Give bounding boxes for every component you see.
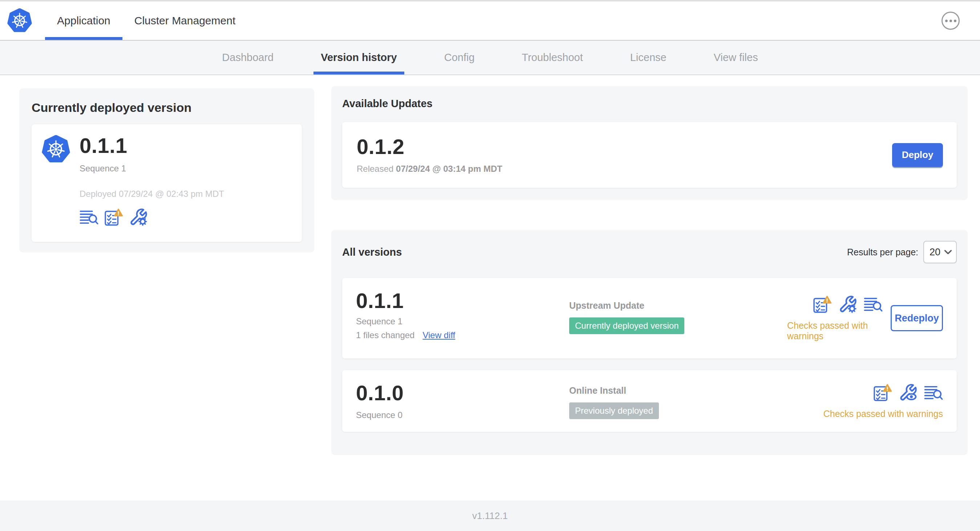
checks-status-text: Checks passed with warnings	[823, 409, 943, 419]
app-sub-nav: Dashboard Version history Config Trouble…	[0, 41, 980, 75]
overflow-menu-button[interactable]	[942, 12, 960, 30]
currently-deployed-badge: Currently deployed version	[569, 318, 684, 334]
current-version-number: 0.1.1	[80, 135, 224, 156]
released-label: Released	[357, 164, 393, 173]
version-diff-icon[interactable]	[864, 295, 883, 314]
tab-troubleshoot-label: Troubleshoot	[522, 52, 583, 64]
chevron-down-icon	[944, 250, 952, 254]
view-diff-link[interactable]: View diff	[422, 330, 455, 340]
available-updates-title: Available Updates	[342, 98, 957, 110]
tab-cluster-management[interactable]: Cluster Management	[123, 2, 247, 40]
ellipsis-icon	[945, 20, 948, 22]
version-row-info: 0.1.0 Sequence 0	[356, 382, 569, 420]
edit-config-icon[interactable]	[129, 208, 148, 227]
row-version-number: 0.1.0	[356, 382, 569, 404]
version-row-actions: Checks passed with warnings	[823, 383, 943, 419]
current-version-sequence: Sequence 1	[80, 164, 224, 173]
tab-troubleshoot[interactable]: Troubleshoot	[498, 41, 606, 75]
results-per-page-value: 20	[929, 246, 940, 258]
deploy-button[interactable]: Deploy	[892, 143, 943, 167]
row-action-icons	[813, 295, 883, 314]
currently-deployed-card: Currently deployed version 0.1.1 Sequenc…	[19, 88, 314, 253]
view-config-icon[interactable]	[899, 383, 918, 402]
preflight-checks-warning-icon[interactable]	[813, 295, 832, 314]
files-changed-label: 1 files changed	[356, 330, 414, 340]
app-footer: v1.112.1	[0, 501, 980, 531]
preflight-checks-warning-icon[interactable]	[873, 383, 892, 402]
tab-application[interactable]: Application	[45, 2, 123, 40]
update-version-number: 0.1.2	[357, 136, 502, 157]
all-versions-title: All versions	[342, 246, 402, 258]
edit-config-icon[interactable]	[838, 295, 857, 314]
tab-version-history[interactable]: Version history	[297, 41, 421, 75]
preflight-checks-warning-icon[interactable]	[104, 208, 123, 227]
tab-cluster-management-label: Cluster Management	[134, 14, 235, 27]
version-row-actions: Checks passed with warnings Redeploy	[787, 295, 943, 342]
top-nav-bar: Application Cluster Management	[0, 2, 980, 41]
current-version-actions	[80, 208, 224, 227]
top-nav-tabs: Application Cluster Management	[45, 2, 247, 40]
tab-application-label: Application	[57, 14, 110, 27]
tab-version-history-label: Version history	[321, 52, 397, 64]
version-row-0-1-0: 0.1.0 Sequence 0 Online Install Previous…	[342, 370, 957, 432]
row-icon-stack: Checks passed with warnings	[787, 295, 883, 342]
row-sequence: Sequence 0	[356, 410, 569, 420]
redeploy-button[interactable]: Redeploy	[891, 305, 943, 331]
tab-config[interactable]: Config	[421, 41, 498, 75]
tab-license-label: License	[630, 52, 667, 64]
kubernetes-app-icon	[42, 135, 70, 164]
row-source-label: Online Install	[569, 385, 787, 396]
version-diff-icon[interactable]	[80, 208, 99, 227]
row-files-changed: 1 files changed View diff	[356, 330, 569, 340]
update-released-timestamp: Released 07/29/24 @ 03:14 pm MDT	[357, 164, 502, 174]
row-source-label: Upstream Update	[569, 300, 787, 311]
tab-license[interactable]: License	[606, 41, 690, 75]
row-sequence: Sequence 1	[356, 316, 569, 326]
version-row-0-1-1: 0.1.1 Sequence 1 1 files changed View di…	[342, 278, 957, 358]
version-row-source: Upstream Update Currently deployed versi…	[569, 290, 787, 334]
currently-deployed-title: Currently deployed version	[32, 100, 302, 115]
released-date: 07/29/24 @ 03:14 pm MDT	[396, 164, 502, 173]
kubernetes-logo-icon	[7, 8, 32, 33]
all-versions-card: All versions Results per page: 20 0.1.1 …	[331, 230, 968, 455]
tab-config-label: Config	[444, 52, 475, 64]
previously-deployed-badge: Previously deployed	[569, 402, 659, 419]
row-action-icons	[873, 383, 943, 402]
checks-status-text: Checks passed with warnings	[787, 320, 883, 342]
row-icon-stack: Checks passed with warnings	[823, 383, 943, 419]
results-per-page: Results per page: 20	[847, 241, 957, 263]
results-per-page-label: Results per page:	[847, 247, 918, 258]
row-version-number: 0.1.1	[356, 290, 569, 311]
currently-deployed-version-panel: 0.1.1 Sequence 1 Deployed 07/29/24 @ 02:…	[32, 124, 302, 242]
results-per-page-select[interactable]: 20	[923, 241, 957, 263]
tab-view-files-label: View files	[714, 52, 758, 64]
tab-dashboard-label: Dashboard	[222, 52, 274, 64]
tab-dashboard[interactable]: Dashboard	[198, 41, 297, 75]
available-update-row: 0.1.2 Released 07/29/24 @ 03:14 pm MDT D…	[342, 122, 957, 188]
tab-view-files[interactable]: View files	[690, 41, 782, 75]
version-row-info: 0.1.1 Sequence 1 1 files changed View di…	[356, 290, 569, 340]
available-updates-card: Available Updates 0.1.2 Released 07/29/2…	[331, 86, 968, 200]
console-version-text: v1.112.1	[472, 510, 508, 521]
current-version-deployed-timestamp: Deployed 07/29/24 @ 02:43 pm MDT	[80, 189, 224, 199]
version-diff-icon[interactable]	[924, 383, 943, 402]
all-versions-header: All versions Results per page: 20	[342, 241, 957, 263]
version-row-source: Online Install Previously deployed	[569, 382, 787, 419]
